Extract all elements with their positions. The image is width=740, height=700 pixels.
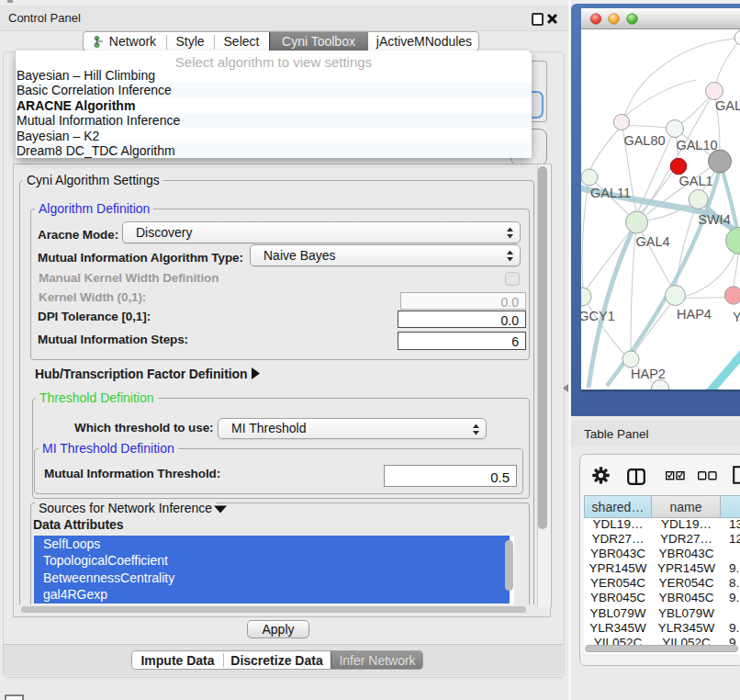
svg-text:HAP2: HAP2 xyxy=(631,367,666,381)
svg-text:SWI4: SWI4 xyxy=(698,212,730,227)
svg-text:GAL80: GAL80 xyxy=(623,133,665,148)
svg-text:GAL11: GAL11 xyxy=(590,186,631,200)
svg-text:GAL7: GAL7 xyxy=(715,98,740,113)
svg-text:GAL10: GAL10 xyxy=(676,138,717,152)
svg-text:GAL1: GAL1 xyxy=(678,174,712,188)
svg-text:GAL4: GAL4 xyxy=(635,234,669,249)
svg-text:HAP4: HAP4 xyxy=(677,307,712,322)
svg-text:Y: Y xyxy=(733,310,740,324)
svg-text:GCY1: GCY1 xyxy=(581,309,615,323)
